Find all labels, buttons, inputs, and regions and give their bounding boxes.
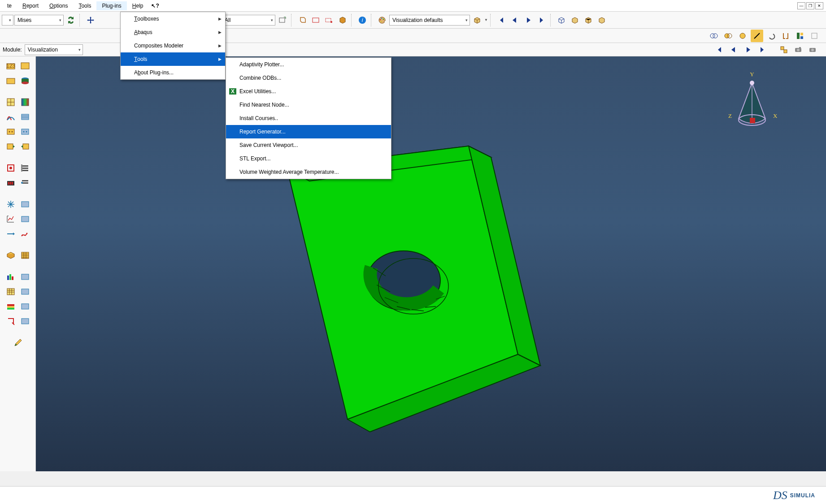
triad-y-label: Y [750,71,754,78]
toolbox-btn-11a[interactable] [4,227,17,241]
circle3-icon[interactable] [736,30,749,42]
maximize-button[interactable]: ❐ [806,2,814,9]
tools-item-install-courses[interactable]: Install Courses.. [226,112,391,125]
viewport[interactable]: Y X Z [36,56,826,471]
toolbox-btn-12b[interactable] [18,249,32,262]
field-output-combo[interactable]: Mises [14,15,64,26]
toolbox-btn-6b[interactable] [18,140,32,153]
toolbox-btn-10b[interactable] [18,212,32,226]
add-selection-icon[interactable] [276,14,289,26]
tools-item-find-node[interactable]: Find Nearest Node... [226,98,391,112]
render-style-combo[interactable]: Visualization defaults [389,15,470,26]
anim-prev-icon[interactable] [727,43,740,56]
menu-item-tools[interactable]: Tools [73,1,96,10]
toolbox-btn-12a[interactable] [4,249,17,262]
toolbox-btn-14a[interactable] [4,285,17,298]
svg-rect-49 [21,164,22,172]
wire-cube3-icon[interactable] [582,14,595,26]
toolbox-btn-10a[interactable] [4,212,17,226]
toolbox-btn-16b[interactable] [18,314,32,328]
close-button[interactable]: ✕ [815,2,823,9]
toolbox-btn-11b[interactable] [18,227,32,241]
plugins-item-abaqus[interactable]: Abaqus [121,26,225,39]
wire-cube4-icon[interactable] [596,14,608,26]
plugins-item-toolboxes[interactable]: Toolboxes [121,12,225,26]
blank-cube-icon[interactable] [808,30,821,42]
circles1-icon[interactable] [708,30,720,42]
plugins-item-tools[interactable]: Tools [121,52,225,66]
toolbox-btn-4a[interactable] [4,110,17,124]
toolbox-btn-5b[interactable] [18,125,32,138]
menu-item-help[interactable]: Help [127,1,149,10]
toolbox-btn-2a[interactable] [4,74,17,87]
toolbox-btn-1b[interactable] [18,59,32,73]
toolbox-btn-9a[interactable] [4,198,17,211]
menu-item-report[interactable]: Report [17,1,44,10]
tools-item-report-generator[interactable]: Report Generator... [226,125,391,138]
camera1-icon[interactable] [792,43,804,56]
cycle-icon[interactable] [65,14,77,26]
toolbox-btn-2b[interactable] [18,74,32,87]
toolbox-btn-8a[interactable] [4,176,17,190]
toolbox-btn-6a[interactable] [4,140,17,153]
anim-last-icon[interactable] [756,43,769,56]
toolbox-btn-8b[interactable] [18,176,32,190]
toolbox-btn-7a[interactable] [4,161,17,175]
layout-icon[interactable] [794,30,806,42]
minimize-button[interactable]: — [797,2,805,9]
last-frame-icon[interactable] [535,14,548,26]
toolbox-btn-pencil[interactable] [11,336,25,349]
tools-item-excel[interactable]: X Excel Utilities... [226,85,391,98]
toolbox-btn-15b[interactable] [18,300,32,313]
toolbox-btn-4b[interactable] [18,110,32,124]
anim-next-icon[interactable] [742,43,754,56]
highlight-icon[interactable] [751,30,763,42]
tools-item-stl-export[interactable]: STL Export... [226,152,391,165]
circles2-icon[interactable] [722,30,735,42]
toolbox-btn-7b[interactable] [18,161,32,175]
context-help-icon[interactable]: ↖? [151,3,159,9]
undo-arc-icon[interactable] [765,30,778,42]
bracket-icon[interactable] [779,30,792,42]
solid-select-icon[interactable] [336,14,349,26]
toolbox-btn-15a[interactable] [4,300,17,313]
toolbox-btn-13a[interactable] [4,270,17,284]
iso-cube-icon[interactable] [471,14,483,26]
tools-item-save-viewport[interactable]: Save Current Viewport... [226,138,391,152]
box-select-icon[interactable] [296,14,309,26]
tools-item-combine-odbs[interactable]: Combine ODBs... [226,71,391,85]
toolbox-btn-14b[interactable] [18,285,32,298]
tools-item-adaptivity[interactable]: Adaptivity Plotter... [226,58,391,71]
toolbox-btn-3b[interactable] [18,95,32,109]
toolbox-btn-1a[interactable]: 123 [4,59,17,73]
prev-frame-icon[interactable] [509,14,521,26]
selection-filter-combo[interactable]: All [222,15,275,26]
toolbox-btn-13b[interactable] [18,270,32,284]
anim-first-icon[interactable] [713,43,726,56]
toolbox-btn-5a[interactable] [4,125,17,138]
plugins-item-about[interactable]: About Plug-ins... [121,66,225,79]
first-frame-icon[interactable] [495,14,508,26]
combo-small-left[interactable] [2,15,13,26]
wire-cube1-icon[interactable] [555,14,568,26]
toolbox-btn-3a[interactable] [4,95,17,109]
palette-icon[interactable] [376,14,388,26]
rect-select-icon[interactable] [309,14,322,26]
camera2-icon[interactable] [806,43,819,56]
svg-point-37 [9,131,10,133]
lasso-select-icon[interactable] [323,14,335,26]
next-frame-icon[interactable] [522,14,535,26]
wire-cube2-icon[interactable] [569,14,581,26]
svg-text:i: i [362,17,363,23]
info-icon[interactable]: i [356,14,369,26]
menu-item-plugins[interactable]: Plug-ins [96,1,126,10]
toolbox-btn-16a[interactable] [4,314,17,328]
sync-icon[interactable] [778,43,790,56]
plugins-item-composites[interactable]: Composites Modeler [121,39,225,52]
toolbox-btn-9b[interactable] [18,198,32,211]
module-combo[interactable]: Visualization [25,44,83,55]
menu-item-te[interactable]: te [2,1,17,10]
menu-item-options[interactable]: Options [44,1,73,10]
tools-item-volume-temp[interactable]: Volume Weighted Average Temperature... [226,165,391,179]
pan-icon[interactable] [84,14,97,26]
